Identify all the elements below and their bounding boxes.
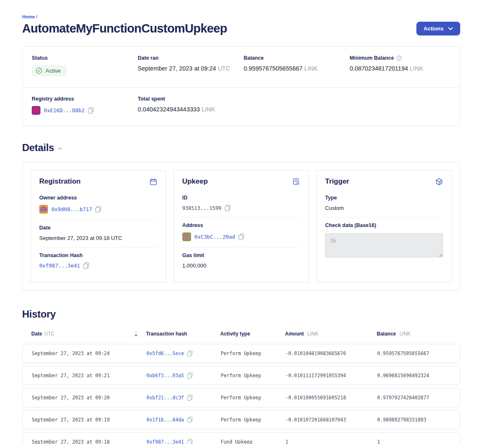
- chevron-down-icon: [448, 25, 453, 32]
- cell-balance: 0.9696815696492324: [377, 373, 451, 378]
- cell-amount: 1: [285, 439, 377, 444]
- total-spent-field: Total spent 0.04042324943443333 LINK: [138, 96, 244, 115]
- check-circle-icon: [36, 68, 42, 74]
- copy-icon[interactable]: [83, 262, 89, 269]
- transaction-hash-link[interactable]: 0xf987...3e41: [39, 262, 80, 269]
- details-heading: Details: [22, 142, 54, 154]
- upkeep-card: Upkeep ID 938513...1599 Address 0x: [174, 170, 309, 283]
- column-amount-label: Amount: [285, 331, 304, 337]
- table-row: September 27, 2023 at 09:18 0xf987...3e4…: [22, 432, 460, 444]
- check-data-label: Check data (Base16): [325, 222, 443, 228]
- owner-address-label: Owner address: [39, 195, 157, 201]
- date-ran-value: September 27, 2023 at 09:24: [138, 65, 216, 72]
- min-balance-label: Minimum Balance: [350, 55, 394, 61]
- cell-hash: 0xbf21...dc3f: [146, 395, 221, 401]
- column-header-balance[interactable]: Balance LINK: [377, 331, 451, 337]
- status-badge: Active: [32, 65, 66, 76]
- date-ran-field: Date ran September 27, 2023 at 09:24 UTC: [138, 55, 244, 76]
- history-heading: History: [22, 308, 56, 320]
- upkeep-id-section: ID 938513...1599: [182, 190, 300, 217]
- cell-balance: 1: [377, 439, 451, 444]
- cell-activity: Perform Upkeep: [221, 417, 285, 423]
- cell-amount: -0.010111172991055394: [285, 373, 377, 378]
- date-ran-label: Date ran: [138, 55, 244, 61]
- upkeep-title: Upkeep: [182, 177, 208, 186]
- cell-date: September 27, 2023 at 09:21: [32, 373, 146, 378]
- copy-icon[interactable]: [187, 439, 192, 444]
- copy-icon[interactable]: [187, 373, 192, 378]
- copy-icon[interactable]: [88, 107, 93, 114]
- registry-field: Registry address 0xE16D...D8b2: [32, 96, 138, 115]
- tx-hash-link[interactable]: 0xb6f3...03a5: [146, 373, 184, 378]
- upkeep-id-value: 938513...1599: [182, 205, 222, 211]
- tx-hash-link[interactable]: 0x1f1b...84da: [146, 417, 184, 423]
- min-balance-value: 0.0870234817201194: [350, 65, 408, 72]
- total-spent-value: 0.04042324943443333: [138, 106, 200, 113]
- min-balance-suffix: LINK: [410, 65, 423, 72]
- cell-amount: -0.010104819083665676: [285, 351, 377, 356]
- history-table-body: September 27, 2023 at 09:24 0x5fd6...5ec…: [22, 344, 460, 444]
- upkeep-address-link[interactable]: 0xC3bC...20ad: [194, 234, 235, 240]
- balance-label: Balance: [244, 55, 350, 61]
- copy-icon[interactable]: [225, 205, 230, 211]
- total-spent-label: Total spent: [138, 96, 244, 102]
- cell-balance: 0.9797927426402877: [377, 395, 451, 401]
- balance-value: 0.9595767505655667: [244, 65, 302, 72]
- table-row: September 27, 2023 at 09:21 0xb6f3...03a…: [22, 366, 460, 385]
- upkeep-address-label: Address: [182, 222, 300, 228]
- cell-hash: 0x5fd6...5ece: [146, 351, 221, 356]
- gas-limit-section: Gas limit 1,000,000: [182, 247, 300, 275]
- copy-icon[interactable]: [96, 206, 101, 212]
- cell-activity: Perform Upkeep: [221, 395, 285, 401]
- breadcrumb-home-link[interactable]: Home: [22, 14, 35, 19]
- cell-amount: -0.010100055691605218: [285, 395, 377, 401]
- details-card: Registration Owner address 0x9d08...b717…: [22, 162, 460, 291]
- column-header-activity[interactable]: Activity type: [220, 331, 285, 337]
- trigger-type-value: Custom: [325, 205, 443, 211]
- column-date-suffix: UTC: [44, 331, 55, 337]
- owner-address-link[interactable]: 0x9d08...b717: [51, 206, 92, 212]
- copy-icon[interactable]: [239, 234, 244, 240]
- sort-icon[interactable]: [134, 331, 138, 336]
- copy-icon[interactable]: [187, 395, 192, 401]
- column-header-hash[interactable]: Transaction hash: [146, 331, 220, 337]
- breadcrumb-separator: /: [36, 14, 38, 19]
- owner-identicon: [39, 205, 48, 214]
- column-header-date[interactable]: Date UTC: [31, 331, 146, 337]
- cell-activity: Perform Upkeep: [221, 373, 285, 378]
- copy-icon[interactable]: [187, 417, 192, 423]
- registration-date-section: Date September 27, 2023 at 09:18 UTC: [39, 219, 157, 247]
- copy-icon[interactable]: [187, 351, 192, 356]
- info-icon[interactable]: [396, 56, 402, 61]
- tx-hash-link[interactable]: 0xbf21...dc3f: [146, 395, 184, 401]
- table-row: September 27, 2023 at 09:19 0x1f1b...84d…: [22, 410, 460, 429]
- tx-hash-link[interactable]: 0x5fd6...5ece: [146, 351, 184, 356]
- cell-date: September 27, 2023 at 09:19: [32, 417, 146, 423]
- balance-field: Balance 0.9595767505655667 LINK: [244, 55, 350, 76]
- registration-title: Registration: [39, 177, 81, 186]
- upkeep-address-section: Address 0xC3bC...20ad: [182, 217, 300, 247]
- upkeep-address-identicon: [182, 232, 191, 241]
- actions-button[interactable]: Actions: [416, 22, 460, 35]
- tx-hash-link[interactable]: 0xf987...3e41: [146, 439, 184, 444]
- trigger-type-label: Type: [325, 195, 443, 201]
- trigger-card: Trigger Type Custom Check data (Base16): [316, 170, 452, 283]
- trigger-title: Trigger: [325, 177, 349, 186]
- check-data-section: Check data (Base16): [325, 217, 443, 265]
- registry-address-link[interactable]: 0xE16D...D8b2: [44, 107, 85, 114]
- breadcrumb: Home/: [22, 14, 460, 19]
- details-collapse-icon[interactable]: [58, 147, 62, 150]
- registry-label: Registry address: [32, 96, 138, 102]
- document-gear-icon: [292, 178, 300, 186]
- page-title: AutomateMyFunctionCustomUpkeep: [22, 22, 227, 35]
- cube-icon: [435, 178, 443, 186]
- cell-date: September 27, 2023 at 09:24: [32, 351, 146, 356]
- check-data-input[interactable]: [325, 233, 443, 257]
- table-row: September 27, 2023 at 09:24 0x5fd6...5ec…: [22, 344, 460, 363]
- status-label: Status: [32, 55, 138, 61]
- upkeep-id-label: ID: [182, 195, 300, 201]
- column-header-amount[interactable]: Amount LINK: [285, 331, 377, 337]
- history-heading-row: History: [22, 308, 460, 320]
- total-spent-suffix: LINK: [202, 106, 215, 113]
- cell-date: September 27, 2023 at 09:18: [32, 439, 146, 444]
